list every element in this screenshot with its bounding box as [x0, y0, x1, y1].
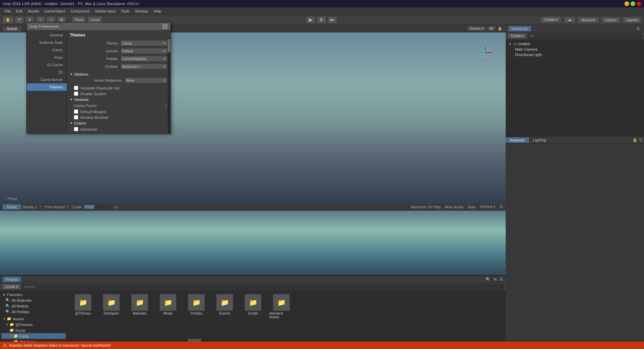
maximize-label: Maximize On Play: [411, 205, 441, 209]
theme-value: Classy: [122, 42, 132, 45]
scene-all-button[interactable]: All: [487, 26, 496, 31]
pref-nav-gi-cache[interactable]: GI Cache: [27, 61, 67, 69]
disable-system-checkbox[interactable]: [74, 91, 78, 96]
menu-component[interactable]: Component: [68, 8, 92, 14]
menu-mobile-input[interactable]: Mobile Input: [92, 8, 118, 14]
tab-scene[interactable]: Scene: [3, 26, 22, 31]
hierarchy-item-directional-light[interactable]: Directional Light: [507, 52, 643, 57]
hover-response-dropdown-arrow: ▼: [163, 79, 166, 82]
disable-system-label: Disable System: [80, 92, 106, 96]
pref-nav-external-tools[interactable]: External Tools: [27, 39, 67, 46]
menu-window[interactable]: Window: [132, 8, 151, 14]
tab-inspector[interactable]: Inspector: [506, 137, 529, 143]
all-models-item[interactable]: 🔍 All Models: [1, 303, 66, 309]
pref-nav-keys[interactable]: Keys: [27, 54, 67, 61]
theme-dropdown[interactable]: Classy ▼: [120, 40, 168, 46]
inspector-lock-button[interactable]: 🔒: [632, 137, 638, 143]
pause-button[interactable]: ⏸: [317, 16, 326, 24]
separate-playmode-checkbox[interactable]: [74, 86, 78, 90]
hierarchy-lock-button[interactable]: ☰: [635, 26, 641, 32]
hand-tool-button[interactable]: ✋: [3, 16, 13, 24]
all-prefabs-item[interactable]: 🔍 All Prefabs: [1, 309, 66, 315]
window-brushed-checkbox[interactable]: [74, 115, 78, 119]
preferences-close-button[interactable]: ×: [162, 24, 168, 29]
project-eye-icon[interactable]: 👁: [493, 277, 497, 281]
tab-hierarchy[interactable]: Hierarchy: [508, 26, 531, 31]
preferences-scrollbar[interactable]: [168, 37, 170, 133]
pref-nav-cache-server[interactable]: Cache Server: [27, 76, 67, 83]
project-search-icon[interactable]: 🔍: [486, 277, 491, 281]
scene-gizmo: [475, 43, 496, 63]
tab-lighting[interactable]: Lighting: [529, 137, 550, 143]
fonts-folder[interactable]: ▼ 📁 Fonts: [1, 333, 66, 339]
favorites-header[interactable]: ★ Favorites: [1, 292, 66, 297]
untitled-label: Untitled: [517, 42, 530, 46]
asset-themes[interactable]: 📁 @Themes: [69, 293, 96, 320]
project-hscroll[interactable]: [67, 339, 367, 342]
menu-assets[interactable]: Assets: [25, 8, 42, 14]
close-button[interactable]: ×: [637, 1, 641, 6]
scene-lock-button[interactable]: 🔒: [497, 26, 503, 32]
options-group[interactable]: ▼ Options: [70, 71, 168, 77]
tab-project[interactable]: Project: [3, 277, 21, 282]
dump-folder[interactable]: 📁 Dump: [1, 327, 66, 333]
asset-materials[interactable]: 📁 Materials: [126, 293, 153, 320]
menu-file[interactable]: File: [2, 8, 13, 14]
hierarchy-search-input[interactable]: [528, 33, 642, 39]
advanced-colors-checkbox[interactable]: [74, 127, 78, 131]
gizmo-close-icon[interactable]: ×: [500, 53, 502, 58]
pref-nav-themes[interactable]: Themes: [27, 83, 67, 91]
palette-dropdown[interactable]: Colorful/Nightfai... ▼: [120, 56, 168, 62]
game-viewport: [0, 211, 506, 275]
all-materials-item[interactable]: 🔍 All Materials: [1, 297, 66, 303]
colors-group[interactable]: ▼ Colors: [70, 120, 168, 126]
asset-demigiant[interactable]: 📁 Demigiant: [98, 293, 125, 320]
project-search-input[interactable]: [22, 284, 504, 290]
project-panel-menu[interactable]: ☰: [500, 277, 503, 281]
tab-game[interactable]: Game: [3, 204, 21, 210]
menu-tools[interactable]: Tools: [118, 8, 132, 14]
menu-edit[interactable]: Edit: [13, 8, 25, 14]
game-panel-menu[interactable]: ☰: [500, 205, 503, 209]
layers-button[interactable]: Layers: [601, 17, 620, 23]
asset-standard[interactable]: 📁 Standard Assets: [268, 293, 295, 320]
asset-scenes-icon: 📁: [216, 294, 233, 311]
asset-prefabs[interactable]: 📁 Prefabs: [183, 293, 210, 320]
pref-nav-general[interactable]: General: [27, 31, 67, 39]
pref-nav-colors[interactable]: Colors: [27, 46, 67, 54]
asset-scripts[interactable]: 📁 Scripts: [240, 293, 267, 320]
fontset-dropdown[interactable]: Basic/Lato × ▼: [120, 63, 168, 70]
hierarchy-item-main-camera[interactable]: Main Camera: [507, 47, 643, 52]
maximize-button[interactable]: □: [631, 1, 635, 6]
project-hscroll-thumb[interactable]: [188, 339, 201, 342]
main-colors-group[interactable]: ▶ Main: [70, 132, 168, 133]
themes-folder[interactable]: ▼ 📁 @Themes: [1, 322, 66, 327]
menu-gameobject[interactable]: GameObject: [42, 8, 68, 14]
collab-button[interactable]: Collab ▾: [540, 17, 561, 23]
account-button[interactable]: Account: [578, 17, 599, 23]
pref-nav-2d[interactable]: 2D: [27, 69, 67, 76]
iconset-dropdown[interactable]: Default ▼: [120, 48, 168, 54]
project-create-button[interactable]: Create ▾: [2, 284, 21, 290]
minimize-button[interactable]: ─: [624, 1, 629, 6]
asset-scenes[interactable]: 📁 Scenes: [211, 293, 238, 320]
layout-button[interactable]: Layout: [623, 17, 641, 23]
preferences-scrollbar-thumb[interactable]: [168, 39, 170, 52]
asset-model[interactable]: 📁 Model: [155, 293, 181, 320]
gizmos-button[interactable]: Gizmos ▾: [467, 26, 486, 31]
hierarchy-item-untitled[interactable]: ▼ ⊞ Untitled: [507, 41, 643, 47]
scale-slider[interactable]: [84, 205, 111, 209]
hover-response-dropdown[interactable]: None ▼: [124, 77, 168, 83]
folder-8bit[interactable]: 📁 8bit Opera...: [1, 339, 66, 342]
play-button[interactable]: ▶: [306, 16, 315, 24]
default-margins-checkbox[interactable]: [74, 109, 78, 114]
step-button[interactable]: ⏭: [328, 16, 337, 24]
inspector-menu-button[interactable]: ☰: [638, 137, 644, 143]
scale-label: Scale: [72, 205, 82, 209]
assets-root[interactable]: ▼ 📁 Assets: [1, 316, 66, 322]
cloud-button[interactable]: ☁: [564, 17, 575, 23]
move-tool-button[interactable]: ✛: [15, 16, 24, 24]
menu-help[interactable]: Help: [151, 8, 164, 14]
hierarchy-create-button[interactable]: Create ▾: [508, 33, 527, 39]
variants-group[interactable]: ▼ Variants: [70, 97, 168, 103]
